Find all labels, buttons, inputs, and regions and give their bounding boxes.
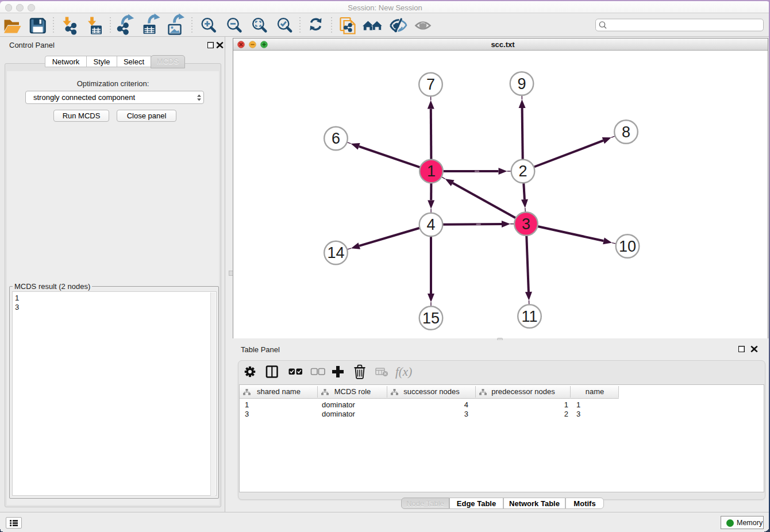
svg-text:10: 10 (619, 238, 636, 255)
svg-text:1: 1 (427, 163, 436, 180)
svg-text:11: 11 (521, 308, 537, 325)
svg-text:9: 9 (517, 75, 526, 92)
svg-text:3: 3 (522, 215, 530, 233)
svg-text:6: 6 (332, 130, 340, 147)
svg-text:15: 15 (422, 310, 440, 327)
svg-text:8: 8 (622, 124, 630, 141)
svg-text:f(x): f(x) (395, 365, 412, 379)
svg-text:14: 14 (327, 244, 344, 261)
svg-text:4: 4 (426, 216, 435, 233)
svg-text:7: 7 (426, 76, 435, 93)
svg-text:2: 2 (518, 163, 527, 180)
